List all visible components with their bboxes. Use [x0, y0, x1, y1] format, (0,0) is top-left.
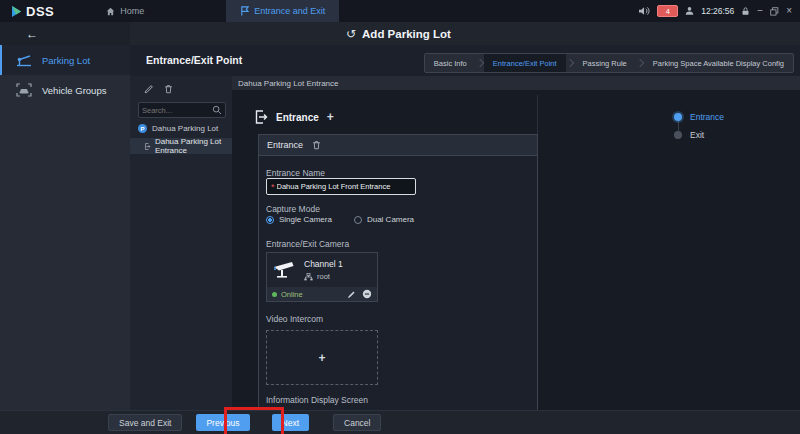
sidebar-item-vehicle-groups[interactable]: Vehicle Groups: [0, 75, 130, 105]
camera-actions: [347, 289, 372, 299]
tree-search: [138, 102, 226, 118]
tree-toolbar: [144, 84, 173, 94]
entrance-exit-camera-label: Entrance/Exit Camera: [266, 239, 349, 249]
delete-entrance-icon[interactable]: [312, 140, 321, 150]
chevron-right-icon: [565, 59, 573, 67]
inactive-dot-icon: [674, 131, 682, 139]
save-and-exit-button[interactable]: Save and Exit: [108, 414, 182, 431]
tree-node-entrance-selected[interactable]: Dahua Parking Lot Entrance: [130, 138, 232, 154]
camera-info: Channel 1 root: [304, 259, 343, 281]
camera-status: Online: [281, 290, 303, 299]
org-icon: [304, 273, 313, 281]
entrance-group-title: Entrance: [276, 112, 319, 123]
anchor-nav: Entrance Exit: [674, 108, 724, 144]
camera-card-top: Channel 1 root: [267, 253, 377, 287]
required-asterisk: *: [271, 182, 275, 192]
edit-icon[interactable]: [144, 84, 154, 94]
return-icon[interactable]: ↺: [346, 27, 356, 41]
back-zone: ←: [0, 22, 130, 45]
lock-icon[interactable]: [741, 6, 750, 16]
sidebar-item-parking-lot[interactable]: Parking Lot: [0, 45, 130, 75]
page-title-wrap: ↺ Add Parking Lot: [346, 22, 451, 45]
entrance-name-input[interactable]: [277, 182, 415, 191]
clock: 12:26:56: [701, 6, 734, 16]
add-entrance-button[interactable]: +: [327, 110, 334, 124]
radio-unselected-icon: [354, 216, 362, 224]
entrance-name-label: Entrance Name: [266, 168, 325, 178]
video-intercom-label: Video Intercom: [266, 314, 323, 324]
camera-card[interactable]: Channel 1 root Online: [266, 252, 378, 302]
plus-icon: +: [318, 351, 325, 365]
entrance-group-header: Entrance +: [254, 110, 334, 124]
camera-device: root: [304, 272, 343, 281]
cancel-button[interactable]: Cancel: [333, 414, 381, 431]
delete-icon[interactable]: [164, 84, 173, 94]
radio-single-camera[interactable]: Single Camera: [266, 215, 332, 224]
entrance-group-icon: [254, 110, 268, 124]
alarm-count-badge[interactable]: 4: [657, 5, 678, 17]
remove-camera-icon[interactable]: [362, 289, 372, 299]
step-basic-info[interactable]: Basic Info: [425, 54, 476, 72]
dss-window: DSS Home Entrance and Exit 4 12:26:5: [0, 0, 800, 434]
tree-node-parking-lot[interactable]: P Dahua Parking Lot: [138, 124, 218, 133]
home-icon: [106, 7, 115, 16]
entrance-card-title: Entrance: [267, 140, 303, 150]
user-icon[interactable]: [685, 6, 694, 16]
tab-entrance-and-exit[interactable]: Entrance and Exit: [226, 0, 339, 22]
camera-name: Channel 1: [304, 259, 343, 269]
entrance-node-icon: [144, 142, 151, 151]
back-arrow-icon[interactable]: ←: [26, 27, 38, 41]
breadcrumb: Dahua Parking Lot Entrance: [238, 79, 339, 88]
annotation-highlight-next: [224, 407, 284, 434]
add-video-intercom-box[interactable]: +: [266, 330, 378, 385]
online-status-icon: [272, 292, 277, 297]
capture-mode-options: Single Camera Dual Camera: [266, 215, 414, 224]
close-button[interactable]: ×: [786, 6, 792, 16]
parking-lot-icon: [16, 53, 32, 67]
capture-mode-label: Capture Mode: [266, 204, 320, 214]
cctv-camera-icon: [273, 260, 297, 280]
search-input[interactable]: [139, 106, 212, 115]
wizard-steps: Basic Info Entrance/Exit Point Passing R…: [424, 53, 794, 73]
parking-badge-icon: P: [138, 124, 147, 133]
step-entrance-exit-point[interactable]: Entrance/Exit Point: [484, 54, 566, 72]
logo-text: DSS: [26, 4, 54, 19]
section-title: Entrance/Exit Point: [146, 54, 242, 66]
restore-window-button[interactable]: [770, 7, 779, 16]
radio-dual-camera[interactable]: Dual Camera: [354, 215, 414, 224]
dss-logo: DSS: [0, 0, 64, 22]
entrance-name-field: *: [266, 178, 416, 195]
top-bar: DSS Home Entrance and Exit 4 12:26:5: [0, 0, 800, 22]
anchor-entrance[interactable]: Entrance: [674, 108, 724, 126]
breadcrumb-bar: Dahua Parking Lot Entrance: [232, 76, 800, 90]
minimize-button[interactable]: −: [757, 6, 763, 16]
edit-camera-icon[interactable]: [347, 290, 356, 299]
topbar-right-cluster: 4 12:26:56 − ×: [639, 0, 800, 22]
tab-home[interactable]: Home: [92, 0, 158, 22]
chevron-right-icon: [476, 59, 484, 67]
entrance-exit-tab-icon: [240, 6, 249, 16]
footer-bar: Save and Exit Previous Next Cancel: [0, 410, 800, 434]
anchor-exit[interactable]: Exit: [674, 126, 724, 144]
dss-logo-icon: [10, 5, 23, 18]
entrance-card-header: Entrance: [259, 135, 537, 156]
search-icon[interactable]: [212, 105, 222, 115]
sidebar: Parking Lot Vehicle Groups: [0, 45, 130, 410]
page-title: Add Parking Lot: [362, 28, 451, 40]
speaker-icon[interactable]: [639, 6, 650, 16]
camera-status-bar: Online: [267, 287, 377, 301]
chevron-right-icon: [636, 59, 644, 67]
step-parking-space-display-config[interactable]: Parking Space Available Display Config: [644, 54, 793, 72]
info-display-screen-label: Information Display Screen: [266, 395, 368, 405]
active-dot-icon: [674, 113, 682, 121]
tree-panel: P Dahua Parking Lot Dahua Parking Lot En…: [130, 76, 232, 410]
vehicle-groups-icon: [16, 83, 32, 97]
radio-selected-icon: [266, 216, 274, 224]
step-passing-rule[interactable]: Passing Rule: [574, 54, 636, 72]
